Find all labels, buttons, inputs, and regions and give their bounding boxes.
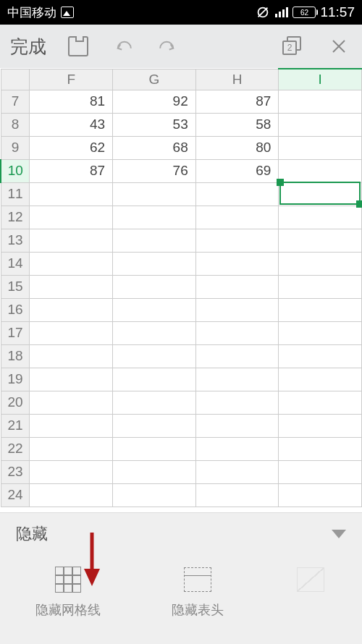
row-header[interactable]: 22: [1, 437, 30, 460]
cell[interactable]: 76: [113, 159, 196, 182]
cell[interactable]: [195, 252, 279, 275]
row-header[interactable]: 7: [1, 90, 30, 113]
row-header[interactable]: 16: [1, 298, 30, 321]
cell[interactable]: [30, 229, 113, 252]
cell[interactable]: [279, 206, 362, 229]
sheets-button[interactable]: 2: [279, 33, 306, 59]
cell[interactable]: [279, 437, 362, 460]
cell[interactable]: [30, 252, 113, 275]
panel-header[interactable]: 隐藏: [0, 513, 362, 555]
cell[interactable]: [113, 321, 196, 344]
cell[interactable]: [113, 391, 196, 414]
cell[interactable]: [113, 344, 196, 368]
cell[interactable]: [279, 368, 362, 391]
cell[interactable]: [30, 437, 113, 460]
cell[interactable]: [279, 90, 362, 113]
cell[interactable]: [195, 344, 279, 368]
cell[interactable]: [30, 298, 113, 321]
cell[interactable]: [30, 275, 113, 298]
save-button[interactable]: [65, 33, 91, 59]
cell[interactable]: [195, 321, 279, 344]
row-header[interactable]: 24: [1, 483, 30, 507]
cell[interactable]: [279, 252, 362, 275]
cell[interactable]: [195, 275, 279, 298]
hide-headers-button[interactable]: 隐藏表头: [172, 565, 224, 619]
cell[interactable]: [195, 229, 279, 252]
cell[interactable]: [279, 275, 362, 298]
cell[interactable]: [113, 368, 196, 391]
row-header[interactable]: 10: [1, 159, 30, 182]
cell[interactable]: [30, 344, 113, 368]
row-header[interactable]: 13: [1, 229, 30, 252]
cell[interactable]: [195, 391, 279, 414]
cell[interactable]: 87: [195, 90, 279, 113]
cell[interactable]: [30, 483, 113, 507]
cell[interactable]: [30, 460, 113, 483]
cell[interactable]: [279, 298, 362, 321]
cell[interactable]: [279, 321, 362, 344]
cell[interactable]: [195, 414, 279, 437]
cell[interactable]: [195, 182, 279, 206]
cell[interactable]: [113, 229, 196, 252]
hide-diagonal-button[interactable]: [295, 565, 327, 619]
close-button[interactable]: [326, 33, 352, 59]
cell[interactable]: [30, 182, 113, 206]
cell[interactable]: [279, 460, 362, 483]
column-header[interactable]: F: [30, 69, 113, 90]
row-header[interactable]: 14: [1, 252, 30, 275]
cell[interactable]: [113, 206, 196, 229]
cell[interactable]: 62: [30, 136, 113, 159]
cell[interactable]: [113, 437, 196, 460]
cell[interactable]: [195, 460, 279, 483]
cell[interactable]: [195, 298, 279, 321]
cell[interactable]: 53: [113, 113, 196, 136]
cell[interactable]: [113, 414, 196, 437]
cell[interactable]: 69: [195, 159, 279, 182]
cell[interactable]: [195, 483, 279, 507]
spreadsheet[interactable]: FGHI781928784353589626880108776691112131…: [0, 68, 362, 512]
cell[interactable]: [195, 368, 279, 391]
column-header[interactable]: H: [195, 69, 279, 90]
cell[interactable]: [113, 298, 196, 321]
cell-selection[interactable]: [279, 182, 361, 205]
corner-cell[interactable]: [1, 69, 30, 90]
row-header[interactable]: 12: [1, 206, 30, 229]
row-header[interactable]: 9: [1, 136, 30, 159]
cell[interactable]: [195, 206, 279, 229]
row-header[interactable]: 19: [1, 368, 30, 391]
cell[interactable]: 92: [113, 90, 196, 113]
cell[interactable]: [279, 344, 362, 368]
cell[interactable]: [279, 391, 362, 414]
done-button[interactable]: 完成: [10, 35, 46, 59]
cell[interactable]: [113, 182, 196, 206]
cell[interactable]: [30, 321, 113, 344]
cell[interactable]: [30, 391, 113, 414]
row-header[interactable]: 15: [1, 275, 30, 298]
row-header[interactable]: 8: [1, 113, 30, 136]
hide-gridlines-button[interactable]: 隐藏网格线: [35, 565, 101, 619]
row-header[interactable]: 18: [1, 344, 30, 368]
cell[interactable]: 87: [30, 159, 113, 182]
cell[interactable]: [113, 275, 196, 298]
redo-button[interactable]: [155, 33, 181, 59]
cell[interactable]: [30, 368, 113, 391]
cell[interactable]: [30, 414, 113, 437]
column-header[interactable]: I: [279, 69, 362, 90]
column-header[interactable]: G: [113, 69, 196, 90]
row-header[interactable]: 20: [1, 391, 30, 414]
cell[interactable]: 43: [30, 113, 113, 136]
row-header[interactable]: 17: [1, 321, 30, 344]
cell[interactable]: 81: [30, 90, 113, 113]
row-header[interactable]: 21: [1, 414, 30, 437]
cell[interactable]: [279, 136, 362, 159]
cell[interactable]: [279, 483, 362, 507]
cell[interactable]: 68: [113, 136, 196, 159]
row-header[interactable]: 11: [1, 182, 30, 206]
cell[interactable]: [30, 206, 113, 229]
cell[interactable]: [113, 252, 196, 275]
cell[interactable]: [279, 113, 362, 136]
cell[interactable]: 58: [195, 113, 279, 136]
cell[interactable]: [113, 460, 196, 483]
cell[interactable]: [279, 414, 362, 437]
row-header[interactable]: 23: [1, 460, 30, 483]
